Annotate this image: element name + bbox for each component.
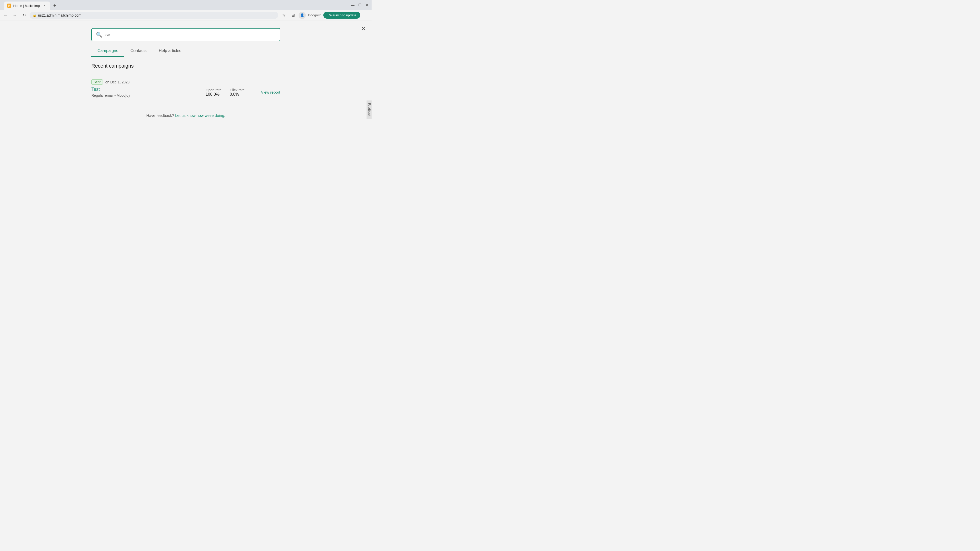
section-title: Recent campaigns bbox=[91, 63, 280, 69]
back-button[interactable]: ← bbox=[2, 12, 9, 19]
url-text: us21.admin.mailchimp.com bbox=[38, 13, 275, 17]
menu-button[interactable]: ⋮ bbox=[363, 12, 369, 19]
open-rate-value: 100.0% bbox=[206, 92, 220, 97]
tab-favicon: M bbox=[7, 3, 11, 8]
window-controls: — ❐ ✕ bbox=[350, 3, 369, 8]
search-overlay: 🔍 Campaigns Contacts Help articles Recen… bbox=[91, 28, 280, 199]
browser-chrome: M Home | Mailchimp × + — ❐ ✕ ← → ↻ 🔒 us2… bbox=[0, 0, 372, 21]
extensions-button[interactable]: ⊞ bbox=[290, 12, 297, 19]
campaign-meta: Regular email • Moodjoy bbox=[91, 94, 130, 97]
address-bar-row: ← → ↻ 🔒 us21.admin.mailchimp.com ☆ ⊞ 👤 I… bbox=[0, 10, 372, 21]
feedback-link[interactable]: Let us know how we're doing. bbox=[175, 113, 225, 118]
address-bar[interactable]: 🔒 us21.admin.mailchimp.com bbox=[30, 12, 278, 19]
new-tab-button[interactable]: + bbox=[51, 2, 58, 9]
campaign-left: Test Regular email • Moodjoy bbox=[91, 87, 206, 98]
minimize-button[interactable]: — bbox=[350, 3, 355, 8]
recent-campaigns-section: Recent campaigns Sent on Dec 1, 2023 Tes… bbox=[91, 63, 280, 103]
click-rate-label: Click rate bbox=[230, 88, 245, 92]
incognito-label: Incognito bbox=[308, 13, 321, 17]
open-rate-label: Open rate bbox=[206, 88, 221, 92]
maximize-button[interactable]: ❐ bbox=[357, 3, 363, 8]
search-box: 🔍 bbox=[91, 28, 280, 41]
search-input[interactable] bbox=[105, 32, 275, 38]
window-close-button[interactable]: ✕ bbox=[364, 3, 369, 8]
title-bar: M Home | Mailchimp × + — ❐ ✕ bbox=[0, 0, 372, 10]
page-content: ✕ 🔍 Campaigns Contacts Help articles Rec… bbox=[0, 21, 372, 199]
search-tabs: Campaigns Contacts Help articles bbox=[91, 45, 280, 57]
tab-title: Home | Mailchimp bbox=[13, 4, 40, 8]
campaign-date: on Dec 1, 2023 bbox=[105, 80, 130, 84]
tab-contacts[interactable]: Contacts bbox=[124, 45, 153, 57]
tab-bar: M Home | Mailchimp × + bbox=[2, 0, 350, 10]
tab-close-button[interactable]: × bbox=[42, 3, 47, 8]
profile-button[interactable]: 👤 bbox=[299, 12, 306, 19]
search-icon: 🔍 bbox=[96, 32, 102, 38]
forward-button[interactable]: → bbox=[11, 12, 18, 19]
click-rate-stat: Click rate 0.0% bbox=[230, 88, 245, 97]
campaign-main: Test Regular email • Moodjoy Open rate 1… bbox=[91, 87, 280, 98]
search-close-button[interactable]: ✕ bbox=[360, 24, 368, 33]
lock-icon: 🔒 bbox=[33, 14, 37, 17]
feedback-sidebar-label[interactable]: Feedback bbox=[367, 100, 372, 119]
campaign-stats: Open rate 100.0% Click rate 0.0% View re… bbox=[206, 88, 280, 97]
feedback-section: Have feedback? Let us know how we're doi… bbox=[91, 103, 280, 128]
relaunch-button[interactable]: Relaunch to update bbox=[323, 12, 360, 19]
tab-campaigns[interactable]: Campaigns bbox=[91, 45, 124, 57]
refresh-button[interactable]: ↻ bbox=[21, 12, 27, 19]
campaign-top: Sent on Dec 1, 2023 bbox=[91, 79, 280, 85]
campaign-item: Sent on Dec 1, 2023 Test Regular email •… bbox=[91, 74, 280, 103]
feedback-sidebar-tab[interactable]: Feedback bbox=[367, 100, 372, 119]
campaign-name-link[interactable]: Test bbox=[91, 87, 206, 92]
open-rate-stat: Open rate 100.0% bbox=[206, 88, 221, 97]
tab-help-articles[interactable]: Help articles bbox=[153, 45, 187, 57]
feedback-text: Have feedback? bbox=[146, 113, 174, 118]
bookmark-button[interactable]: ☆ bbox=[280, 12, 287, 19]
status-badge: Sent bbox=[91, 79, 103, 85]
click-rate-value: 0.0% bbox=[230, 92, 239, 97]
browser-tab[interactable]: M Home | Mailchimp × bbox=[4, 2, 50, 10]
view-report-link[interactable]: View report bbox=[261, 90, 280, 94]
profile-icon: 👤 bbox=[300, 13, 304, 17]
